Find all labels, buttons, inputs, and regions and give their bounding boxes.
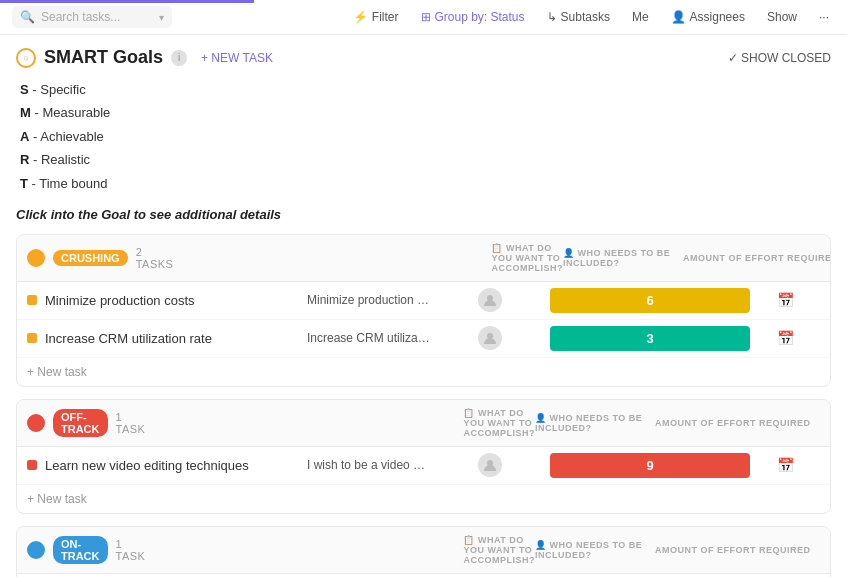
group-icon: ⊞	[421, 10, 431, 24]
offtrack-badge: OFF-TRACK	[53, 409, 108, 437]
chevron-down-icon: ▾	[159, 12, 164, 23]
calendar-icon: 📅	[777, 457, 794, 473]
group-by-button[interactable]: ⊞ Group by: Status	[415, 7, 531, 27]
col-accomplish-1: 📋 WHAT DO YOU WANT TO ACCOMPLISH?	[491, 243, 563, 273]
avatar	[478, 453, 502, 477]
smart-description: S - Specific M - Measurable A - Achievab…	[16, 74, 831, 203]
me-button[interactable]: Me	[626, 7, 655, 27]
effort-cell: 6	[550, 288, 750, 313]
col-effort-1: AMOUNT OF EFFORT REQUIRED	[683, 243, 831, 273]
effort-cell: 3	[550, 326, 750, 351]
task-status-dot	[27, 460, 37, 470]
more-icon: ···	[819, 10, 829, 24]
page-header: ○ SMART Goals i + NEW TASK ✓ SHOW CLOSED	[16, 35, 831, 74]
due-date-cell[interactable]: 📅	[750, 330, 820, 346]
group-header-crushing: CRUSHING 2 TASKS 📋 WHAT DO YOU WANT TO A…	[17, 235, 830, 282]
group-header-offtrack: OFF-TRACK 1 TASK 📋 WHAT DO YOU WANT TO A…	[17, 400, 830, 447]
avatar	[478, 326, 502, 350]
assignees-icon: 👤	[671, 10, 686, 24]
group-crushing: CRUSHING 2 TASKS 📋 WHAT DO YOU WANT TO A…	[16, 234, 831, 387]
crushing-task-count: 2 TASKS	[136, 246, 174, 270]
effort-cell: 9	[550, 453, 750, 478]
click-hint: Click into the Goal to see additional de…	[16, 203, 831, 234]
col-effort-2: AMOUNT OF EFFORT REQUIRED	[655, 408, 831, 438]
calendar-icon: 📅	[777, 292, 794, 308]
task-who	[430, 453, 550, 477]
col-who-3: 👤 WHO NEEDS TO BE INCLUDED?	[535, 535, 655, 565]
task-row[interactable]: Increase CRM utilization rate Increase C…	[17, 320, 830, 358]
crushing-badge: CRUSHING	[53, 250, 128, 266]
info-icon[interactable]: i	[171, 50, 187, 66]
effort-bar: 6	[550, 288, 750, 313]
assignees-button[interactable]: 👤 Assignees	[665, 7, 751, 27]
group-offtrack: OFF-TRACK 1 TASK 📋 WHAT DO YOU WANT TO A…	[16, 399, 831, 514]
offtrack-task-count: 1 TASK	[116, 411, 146, 435]
task-who	[430, 326, 550, 350]
me-label: Me	[632, 10, 649, 24]
new-task-button[interactable]: + NEW TASK	[195, 49, 279, 67]
smart-t: T - Time bound	[20, 172, 831, 195]
filter-icon: ⚡	[353, 10, 368, 24]
filter-button[interactable]: ⚡ Filter	[347, 7, 405, 27]
ontrack-badge: ON-TRACK	[53, 536, 108, 564]
offtrack-collapse-icon[interactable]	[27, 414, 45, 432]
col-accomplish-3: 📋 WHAT DO YOU WANT TO ACCOMPLISH?	[463, 535, 535, 565]
subtasks-icon: ↳	[547, 10, 557, 24]
group-by-label: Group by: Status	[435, 10, 525, 24]
col-who-2: 👤 WHO NEEDS TO BE INCLUDED?	[535, 408, 655, 438]
top-bar: 🔍 Search tasks... ▾ ⚡ Filter ⊞ Group by:…	[0, 0, 847, 35]
col-task	[211, 243, 491, 273]
smart-m: M - Measurable	[20, 101, 831, 124]
due-date-cell[interactable]: 📅	[750, 457, 820, 473]
top-bar-actions: ⚡ Filter ⊞ Group by: Status ↳ Subtasks M…	[347, 7, 835, 27]
task-name-cell: Increase CRM utilization rate	[27, 331, 307, 346]
col-accomplish-2: 📋 WHAT DO YOU WANT TO ACCOMPLISH?	[463, 408, 535, 438]
search-box[interactable]: 🔍 Search tasks... ▾	[12, 6, 172, 28]
calendar-icon: 📅	[777, 330, 794, 346]
smart-goals-circle[interactable]: ○	[16, 48, 36, 68]
task-who	[430, 288, 550, 312]
smart-a: A - Achievable	[20, 125, 831, 148]
task-row[interactable]: Minimize production costs Minimize produ…	[17, 282, 830, 320]
col-effort-3: AMOUNT OF EFFORT REQUIRED	[655, 535, 831, 565]
filter-label: Filter	[372, 10, 399, 24]
smart-s: S - Specific	[20, 78, 831, 101]
show-button[interactable]: Show	[761, 7, 803, 27]
show-label: Show	[767, 10, 797, 24]
task-status-dot	[27, 295, 37, 305]
effort-bar: 9	[550, 453, 750, 478]
new-task-row-crushing[interactable]: + New task	[17, 358, 830, 386]
task-name-cell: Minimize production costs	[27, 293, 307, 308]
ontrack-collapse-icon[interactable]	[27, 541, 45, 559]
group-ontrack: ON-TRACK 1 TASK 📋 WHAT DO YOU WANT TO AC…	[16, 526, 831, 577]
new-task-row-offtrack[interactable]: + New task	[17, 485, 830, 513]
group-header-ontrack: ON-TRACK 1 TASK 📋 WHAT DO YOU WANT TO AC…	[17, 527, 830, 574]
assignees-label: Assignees	[690, 10, 745, 24]
task-accomplish: Increase CRM utilization rate from 80 to…	[307, 331, 430, 345]
col-task	[183, 408, 463, 438]
effort-bar: 3	[550, 326, 750, 351]
task-name: Minimize production costs	[45, 293, 195, 308]
search-placeholder: Search tasks...	[41, 10, 120, 24]
ontrack-task-count: 1 TASK	[116, 538, 146, 562]
more-button[interactable]: ···	[813, 7, 835, 27]
task-status-dot	[27, 333, 37, 343]
task-name: Increase CRM utilization rate	[45, 331, 212, 346]
task-name-cell: Learn new video editing techniques	[27, 458, 307, 473]
due-date-cell[interactable]: 📅	[750, 292, 820, 308]
task-accomplish: Minimize production costs by 15%	[307, 293, 430, 307]
subtasks-button[interactable]: ↳ Subtasks	[541, 7, 616, 27]
avatar	[478, 288, 502, 312]
crushing-collapse-icon[interactable]	[27, 249, 45, 267]
col-who-1: 👤 WHO NEEDS TO BE INCLUDED?	[563, 243, 683, 273]
show-closed-button[interactable]: ✓ SHOW CLOSED	[728, 51, 831, 65]
smart-r: R - Realistic	[20, 148, 831, 171]
page-title: SMART Goals	[44, 47, 163, 68]
search-icon: 🔍	[20, 10, 35, 24]
task-row[interactable]: Learn new video editing techniques I wis…	[17, 447, 830, 485]
task-name: Learn new video editing techniques	[45, 458, 249, 473]
col-task	[183, 535, 463, 565]
task-accomplish: I wish to be a video editor or a project…	[307, 458, 430, 472]
subtasks-label: Subtasks	[561, 10, 610, 24]
